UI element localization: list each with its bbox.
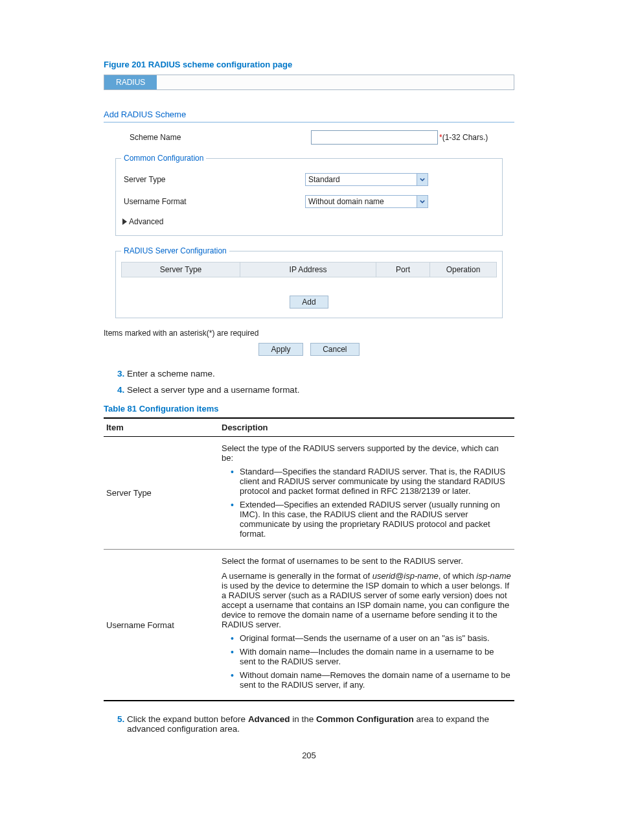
desc-bullet: Without domain name—Removes the domain n…: [231, 670, 512, 690]
apply-button[interactable]: Apply: [258, 343, 303, 356]
tab-radius[interactable]: RADIUS: [104, 75, 157, 89]
desc-bullet: Standard—Specifies the standard RADIUS s…: [231, 467, 512, 496]
table-row: Username Format Select the format of use…: [104, 550, 514, 701]
th-item: Item: [104, 418, 219, 437]
desc-bullet: With domain name—Includes the domain nam…: [231, 647, 512, 666]
th-description: Description: [219, 418, 514, 437]
table-caption: Table 81 Configuration items: [104, 404, 514, 414]
col-operation: Operation: [430, 262, 496, 277]
step-4: Select a server type and a username form…: [127, 385, 514, 395]
col-ip-address: IP Address: [240, 262, 376, 277]
cell-description: Select the format of usernames to be sen…: [219, 550, 514, 701]
instruction-steps-cont: Click the expand button before Advanced …: [104, 714, 514, 734]
advanced-toggle[interactable]: Advanced: [122, 217, 497, 226]
scheme-name-label: Scheme Name: [130, 133, 311, 142]
common-configuration-fieldset: Common Configuration Server Type Standar…: [115, 154, 503, 236]
server-grid-header: Server Type IP Address Port Operation: [121, 262, 497, 277]
scheme-name-input[interactable]: [311, 130, 438, 145]
cell-description: Select the type of the RADIUS servers su…: [219, 437, 514, 550]
common-configuration-legend: Common Configuration: [121, 154, 206, 163]
radius-server-configuration-legend: RADIUS Server Configuration: [121, 246, 229, 255]
col-server-type: Server Type: [122, 262, 240, 277]
instruction-steps: Enter a scheme name. Select a server typ…: [104, 369, 514, 395]
cancel-button[interactable]: Cancel: [310, 343, 359, 356]
chevron-down-icon: [417, 174, 428, 185]
add-button[interactable]: Add: [290, 296, 328, 309]
server-type-label: Server Type: [124, 175, 305, 184]
server-type-value: Standard: [308, 175, 340, 184]
tab-bar: RADIUS: [104, 75, 514, 90]
desc-bullet: Original format—Sends the username of a …: [231, 633, 512, 643]
chevron-down-icon: [417, 196, 428, 207]
desc-para: Select the format of usernames to be sen…: [222, 556, 512, 566]
username-format-label: Username Format: [124, 197, 305, 206]
username-format-value: Without domain name: [308, 197, 384, 206]
col-port: Port: [376, 262, 430, 277]
page-number: 205: [104, 751, 514, 760]
scheme-name-hint: (1-32 Chars.): [442, 133, 488, 142]
desc-intro: Select the type of the RADIUS servers su…: [222, 443, 512, 463]
figure-caption: Figure 201 RADIUS scheme configuration p…: [104, 60, 514, 69]
step-5: Click the expand button before Advanced …: [127, 714, 514, 734]
desc-para: A username is generally in the format of…: [222, 571, 512, 629]
cell-item: Username Format: [104, 550, 219, 701]
desc-bullet: Extended—Specifies an extended RADIUS se…: [231, 500, 512, 539]
form-title: Add RADIUS Scheme: [104, 110, 514, 119]
server-type-select[interactable]: Standard: [305, 173, 428, 186]
advanced-label: Advanced: [129, 217, 163, 226]
required-note: Items marked with an asterisk(*) are req…: [104, 329, 514, 338]
cell-item: Server Type: [104, 437, 219, 550]
username-format-select[interactable]: Without domain name: [305, 195, 428, 208]
divider: [104, 122, 514, 122]
radius-server-configuration-fieldset: RADIUS Server Configuration Server Type …: [115, 246, 503, 318]
step-3: Enter a scheme name.: [127, 369, 514, 379]
expand-icon: [122, 218, 127, 225]
configuration-items-table: Item Description Server Type Select the …: [104, 417, 514, 701]
table-row: Server Type Select the type of the RADIU…: [104, 437, 514, 550]
